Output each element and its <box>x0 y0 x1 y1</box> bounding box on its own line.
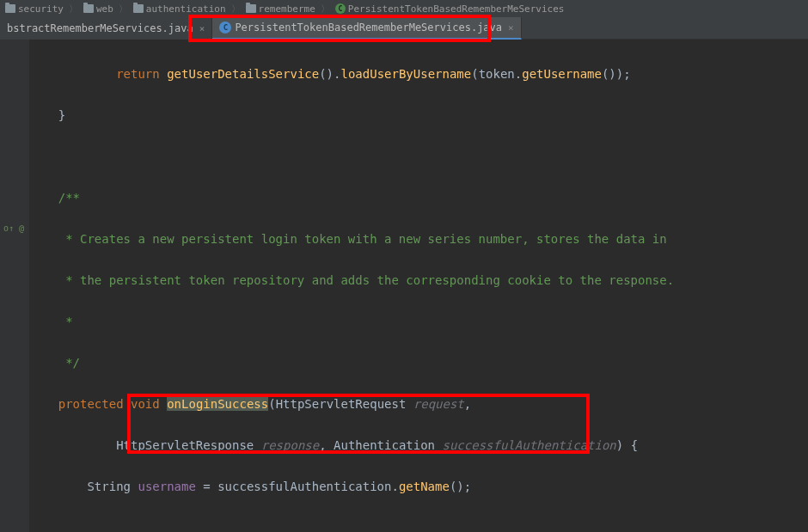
breadcrumb-label: authentication <box>146 3 226 15</box>
code-line: /** <box>29 187 808 208</box>
breadcrumb-label: rememberme <box>259 3 315 15</box>
code-text: , <box>464 397 471 411</box>
comment: * <box>29 315 73 328</box>
code-line: */ <box>29 352 808 373</box>
code-text: (). <box>319 67 340 81</box>
tab-label: bstractRememberMeServices.java <box>7 22 193 34</box>
breadcrumb-item[interactable]: authentication <box>133 3 226 15</box>
code-text: ) { <box>616 438 638 452</box>
param: successfulAuthentication <box>443 438 616 452</box>
code-line <box>29 517 808 532</box>
breadcrumb-label: web <box>96 3 113 15</box>
chevron-right-icon: 〉 <box>321 3 330 15</box>
code-line <box>29 146 808 167</box>
code-line: * Creates a new persistent login token w… <box>29 229 808 249</box>
breadcrumb-item[interactable]: rememberme <box>246 3 315 15</box>
gutter: o↑ @ <box>0 40 29 532</box>
breadcrumb-item[interactable]: web <box>83 3 113 15</box>
comment: * the persistent token repository and ad… <box>29 273 674 287</box>
code-line: } <box>29 105 808 125</box>
method-call: getName <box>399 480 450 493</box>
code-text: ( <box>268 397 275 411</box>
code-text: (); <box>450 480 471 493</box>
gutter-mark-label: @ <box>19 223 24 233</box>
code-text: (token. <box>471 67 522 81</box>
code-line: protected void onLoginSuccess(HttpServle… <box>29 394 808 414</box>
param: request <box>413 397 464 411</box>
comment: /** <box>29 191 80 205</box>
close-icon[interactable]: × <box>508 22 514 34</box>
folder-icon <box>246 4 256 13</box>
code-text: ()); <box>602 67 631 81</box>
folder-icon <box>83 4 94 13</box>
breadcrumb-item[interactable]: security <box>5 3 64 15</box>
folder-icon <box>133 4 144 13</box>
method-call: getUserDetailsService <box>167 67 319 81</box>
chevron-right-icon: 〉 <box>119 3 128 15</box>
close-icon[interactable]: × <box>199 23 205 34</box>
tab-bar: bstractRememberMeServices.java × C Persi… <box>0 17 808 40</box>
editor[interactable]: o↑ @ return getUserDetailsService().load… <box>0 40 808 532</box>
comment: * Creates a new persistent login token w… <box>29 232 667 246</box>
var: username <box>138 480 195 493</box>
chevron-right-icon: 〉 <box>69 3 78 15</box>
type: Authentication <box>334 438 435 452</box>
code-text: , <box>319 438 334 452</box>
kw-void: void <box>131 397 160 411</box>
tab-persistent-services[interactable]: C PersistentTokenBasedRememberMeServices… <box>212 17 521 40</box>
breadcrumb: security 〉 web 〉 authentication 〉 rememb… <box>0 0 808 17</box>
breadcrumb-item[interactable]: CPersistentTokenBasedRememberMeServices <box>335 3 565 15</box>
method-call: loadUserByUsername <box>340 67 471 81</box>
type: String <box>87 480 131 493</box>
code-area[interactable]: return getUserDetailsService().loadUserB… <box>29 40 808 532</box>
comment: */ <box>29 356 80 370</box>
java-class-icon: C <box>219 21 231 34</box>
class-icon: C <box>335 3 346 14</box>
gutter-override-icon[interactable]: o↑ @ <box>3 223 24 233</box>
type: HttpServletResponse <box>116 438 254 452</box>
param: response <box>261 438 319 452</box>
chevron-right-icon: 〉 <box>231 3 241 15</box>
code-line: return getUserDetailsService().loadUserB… <box>29 64 808 84</box>
type: HttpServletRequest <box>276 397 407 411</box>
code-line: * the persistent token repository and ad… <box>29 270 808 290</box>
code-line: * <box>29 311 808 332</box>
folder-icon <box>5 4 15 13</box>
code-text: = successfulAuthentication. <box>196 480 399 493</box>
method-call: getUsername <box>522 67 602 81</box>
breadcrumb-label: PersistentTokenBasedRememberMeServices <box>348 3 565 15</box>
code-line: String username = successfulAuthenticati… <box>29 476 808 497</box>
method-decl: onLoginSuccess <box>167 397 268 411</box>
code-line: HttpServletResponse response, Authentica… <box>29 435 808 456</box>
breadcrumb-label: security <box>18 3 64 15</box>
tab-abstract-services[interactable]: bstractRememberMeServices.java × <box>0 17 212 40</box>
kw-return: return <box>116 67 160 81</box>
kw-protected: protected <box>58 397 124 411</box>
tab-label: PersistentTokenBasedRememberMeServices.j… <box>235 21 502 34</box>
